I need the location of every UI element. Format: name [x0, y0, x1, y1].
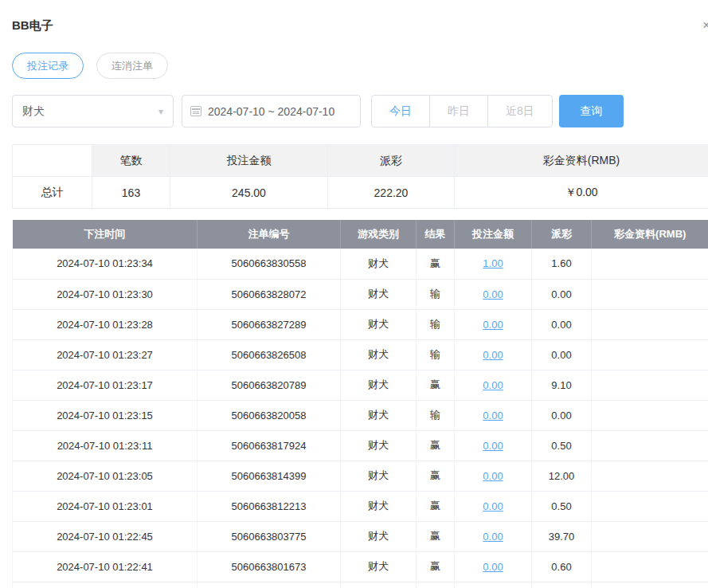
cell-order-id: 5060663803775 [198, 521, 341, 551]
cell-bet-amount: 0.00 [455, 521, 532, 551]
summary-total-bet-amount: 245.00 [170, 177, 328, 209]
tab-chain-orders[interactable]: 连消注单 [96, 53, 168, 79]
cell-time: 2024-07-10 01:22:27 [13, 582, 198, 588]
cell-order-id: 5060663827289 [198, 309, 341, 339]
game-select[interactable]: 财犬 ▾ [12, 95, 174, 127]
cell-result: 赢 [417, 551, 455, 582]
summary-header-bet-amount: 投注金额 [170, 145, 328, 177]
cell-bonus [592, 551, 708, 582]
cell-result: 赢 [417, 370, 455, 400]
table-row: 2024-07-10 01:22:415060663801673财犬赢0.000… [13, 551, 708, 582]
table-row: 2024-07-10 01:23:115060663817924财犬赢0.000… [13, 430, 708, 461]
search-button[interactable]: 查询 [559, 95, 624, 127]
cell-payout: 0.00 [532, 279, 592, 309]
cell-payout: 12.00 [532, 461, 592, 491]
cell-result: 赢 [417, 521, 455, 551]
cell-time: 2024-07-10 01:23:17 [13, 370, 198, 400]
summary-total-payout: 222.20 [328, 177, 455, 209]
header-game-type: 游戏类别 [341, 220, 417, 249]
cell-bet-amount: 0.00 [455, 551, 532, 582]
cell-game-type: 财犬 [341, 582, 417, 588]
bet-amount-link[interactable]: 0.00 [483, 319, 503, 331]
yesterday-button[interactable]: 昨日 [429, 95, 488, 127]
bet-records-panel: BB电子 × 投注记录 连消注单 财犬 ▾ 2024-07-10 ~ 2024-… [0, 0, 708, 588]
tab-bar: 投注记录 连消注单 [12, 53, 708, 79]
bet-amount-link[interactable]: 0.00 [483, 349, 503, 361]
cell-game-type: 财犬 [341, 309, 417, 339]
cell-time: 2024-07-10 01:23:27 [13, 339, 198, 370]
cell-result: 赢 [417, 461, 455, 491]
tab-bet-records[interactable]: 投注记录 [12, 53, 84, 79]
cell-bonus [592, 521, 708, 551]
cell-bonus [592, 370, 708, 400]
bet-amount-link[interactable]: 0.00 [483, 500, 503, 512]
cell-order-id: 5060663830558 [198, 249, 341, 279]
cell-bet-amount: 0.00 [455, 279, 532, 309]
cell-time: 2024-07-10 01:23:34 [13, 249, 198, 279]
cell-order-id: 5060663794029 [198, 582, 341, 588]
cell-order-id: 5060663828072 [198, 279, 341, 309]
date-range-value: 2024-07-10 ~ 2024-07-10 [208, 105, 334, 118]
cell-game-type: 财犬 [341, 491, 417, 521]
bet-amount-link[interactable]: 0.00 [483, 379, 503, 391]
quick-date-group: 今日 昨日 近8日 [371, 95, 553, 127]
cell-result: 输 [417, 400, 455, 430]
table-row: 2024-07-10 01:23:155060663820058财犬输0.000… [13, 400, 708, 430]
cell-bet-amount: 0.00 [455, 461, 532, 491]
filter-row: 财犬 ▾ 2024-07-10 ~ 2024-07-10 今日 昨日 近8日 查… [12, 95, 708, 127]
last8days-button[interactable]: 近8日 [487, 95, 553, 127]
bet-amount-link[interactable]: 0.00 [483, 288, 503, 300]
summary-total-row: 总计 163 245.00 222.20 ￥0.00 [13, 177, 708, 209]
cell-payout: 0.00 [532, 400, 592, 430]
summary-header-corner [13, 145, 92, 177]
cell-time: 2024-07-10 01:23:28 [13, 309, 198, 339]
cell-game-type: 财犬 [341, 430, 417, 461]
cell-order-id: 5060663817924 [198, 430, 341, 461]
cell-bonus [592, 279, 708, 309]
title-row: BB电子 [12, 18, 708, 33]
table-row: 2024-07-10 01:23:285060663827289财犬输0.000… [13, 309, 708, 339]
cell-bet-amount: 0.00 [455, 430, 532, 461]
bet-amount-link[interactable]: 0.00 [483, 470, 503, 482]
summary-total-count: 163 [92, 177, 170, 209]
cell-bonus [592, 582, 708, 588]
cell-game-type: 财犬 [341, 461, 417, 491]
cell-payout: 39.70 [532, 521, 592, 551]
bet-amount-link[interactable]: 0.00 [483, 410, 503, 421]
cell-bonus [592, 461, 708, 491]
cell-payout: 0.50 [532, 430, 592, 461]
cell-payout: 9.10 [532, 370, 592, 400]
today-button[interactable]: 今日 [371, 95, 430, 127]
cell-time: 2024-07-10 01:22:45 [13, 521, 198, 551]
summary-header-row: 笔数 投注金额 派彩 彩金资料(RMB) [13, 145, 708, 177]
cell-time: 2024-07-10 01:23:01 [13, 491, 198, 521]
header-bet-amount: 投注金额 [455, 220, 532, 249]
cell-result: 赢 [417, 430, 455, 461]
cell-bet-amount: 0.00 [455, 491, 532, 521]
cell-payout: 0.50 [532, 491, 592, 521]
close-icon[interactable]: × [698, 18, 708, 33]
table-row: 2024-07-10 01:22:275060663794029财犬赢0.003… [13, 582, 708, 588]
cell-payout: 0.00 [532, 309, 592, 339]
cell-time: 2024-07-10 01:22:41 [13, 551, 198, 582]
date-range-input[interactable]: 2024-07-10 ~ 2024-07-10 [182, 95, 361, 127]
cell-game-type: 财犬 [341, 339, 417, 370]
bet-amount-link[interactable]: 0.00 [483, 561, 503, 573]
cell-bonus [592, 309, 708, 339]
cell-order-id: 5060663801673 [198, 551, 341, 582]
cell-game-type: 财犬 [341, 249, 417, 279]
header-bonus: 彩金资料(RMB) [592, 220, 708, 249]
records-table: 下注时间 注单编号 游戏类别 结果 投注金额 派彩 彩金资料(RMB) 2024… [12, 220, 708, 588]
table-row: 2024-07-10 01:23:345060663830558财犬赢1.001… [13, 249, 708, 279]
cell-time: 2024-07-10 01:23:15 [13, 400, 198, 430]
bet-amount-link[interactable]: 0.00 [483, 440, 503, 452]
summary-header-bonus: 彩金资料(RMB) [455, 145, 708, 177]
table-row: 2024-07-10 01:23:275060663826508财犬输0.000… [13, 339, 708, 370]
game-select-value: 财犬 [22, 104, 45, 119]
bet-amount-link[interactable]: 1.00 [483, 257, 503, 269]
cell-bonus [592, 491, 708, 521]
summary-total-bonus: ￥0.00 [455, 177, 708, 209]
bet-amount-link[interactable]: 0.00 [483, 531, 503, 543]
table-row: 2024-07-10 01:22:455060663803775财犬赢0.003… [13, 521, 708, 551]
cell-time: 2024-07-10 01:23:30 [13, 279, 198, 309]
